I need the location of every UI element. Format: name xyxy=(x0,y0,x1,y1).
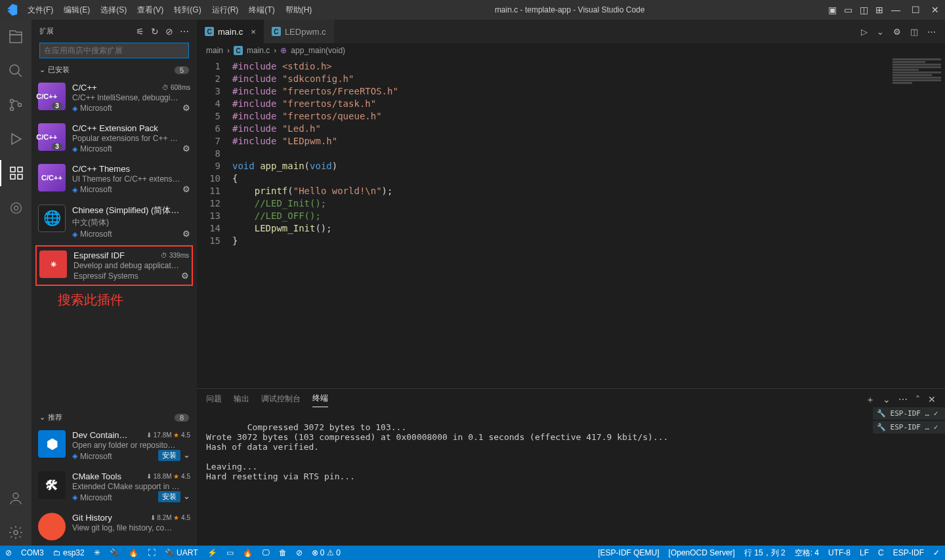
status-item[interactable]: COM3 xyxy=(21,548,44,557)
gear-icon[interactable]: ⚙ xyxy=(893,27,901,37)
menu-item[interactable]: 选择(S) xyxy=(96,2,131,18)
title-bar: 文件(F)编辑(E)选择(S)查看(V)转到(G)运行(R)终端(T)帮助(H)… xyxy=(0,0,945,20)
chevron-down-icon[interactable]: ⌄ xyxy=(183,450,190,460)
gear-icon[interactable]: ⚙ xyxy=(182,229,190,239)
status-item[interactable]: ⊘ xyxy=(5,548,12,557)
menu-item[interactable]: 运行(R) xyxy=(207,2,243,18)
status-item[interactable]: ✓ xyxy=(933,548,940,557)
status-item[interactable]: ⊘ xyxy=(296,548,303,557)
chevron-down-icon[interactable]: ⌄ xyxy=(877,27,884,37)
status-item[interactable]: 🔌 UART xyxy=(165,548,198,557)
status-item[interactable]: 🗑 xyxy=(279,548,287,557)
new-terminal-icon[interactable]: ＋ xyxy=(866,394,875,406)
gear-icon[interactable]: ⚙ xyxy=(182,184,190,194)
status-item[interactable]: ESP-IDF xyxy=(893,548,924,557)
status-item[interactable]: [ESP-IDF QEMU] xyxy=(598,548,659,557)
extension-name: Git History xyxy=(72,513,112,523)
close-tab-icon[interactable]: × xyxy=(247,27,256,37)
explorer-icon[interactable] xyxy=(0,24,32,50)
accounts-icon[interactable] xyxy=(0,485,32,511)
layout-icon[interactable]: ▣ xyxy=(823,2,839,18)
status-item[interactable]: ⊗ 0 ⚠ 0 xyxy=(312,548,341,557)
editor-tab[interactable]: CLEDpwm.c xyxy=(264,20,334,43)
status-item[interactable]: UTF-8 xyxy=(828,548,850,557)
close-icon[interactable]: ✕ xyxy=(925,2,945,18)
panel-tab[interactable]: 调试控制台 xyxy=(261,393,301,407)
menu-item[interactable]: 帮助(H) xyxy=(281,2,317,18)
extension-item[interactable]: C/C++C/C++ ThemesUI Themes for C/C++ ext… xyxy=(32,159,197,199)
status-item[interactable]: 🗀 esp32 xyxy=(53,548,85,557)
install-button[interactable]: 安装 xyxy=(158,450,180,461)
espressif-icon[interactable]: ◎ xyxy=(0,194,32,220)
more-icon[interactable]: ⋯ xyxy=(898,394,908,406)
chevron-down-icon[interactable]: ⌄ xyxy=(183,491,190,501)
status-item[interactable]: ▭ xyxy=(226,548,234,557)
gear-icon[interactable]: ⚙ xyxy=(182,144,190,153)
run-debug-icon[interactable] xyxy=(0,126,32,152)
extension-item[interactable]: 🛠CMake Tools⬇ 18.8M ★ 4.5Extended CMake … xyxy=(32,466,197,508)
panel-tab[interactable]: 问题 xyxy=(206,393,222,407)
menu-item[interactable]: 编辑(E) xyxy=(59,2,94,18)
menu-item[interactable]: 查看(V) xyxy=(133,2,168,18)
code-editor[interactable]: 123456789101112131415 #include <stdio.h>… xyxy=(197,58,945,388)
panel-tab[interactable]: 输出 xyxy=(234,393,249,407)
filter-icon[interactable]: ⚟ xyxy=(136,26,144,37)
activity-bar: ◎ xyxy=(0,20,32,546)
gear-icon[interactable]: ⚙ xyxy=(181,271,189,281)
menu-item[interactable]: 转到(G) xyxy=(169,2,205,18)
extension-item[interactable]: C/C++3C/C++ Extension PackPopular extens… xyxy=(32,118,197,159)
status-item[interactable]: ⚡ xyxy=(207,548,217,557)
install-button[interactable]: 安装 xyxy=(158,491,180,502)
editor-tab[interactable]: Cmain.c× xyxy=(197,20,264,43)
extension-search-input[interactable] xyxy=(39,43,189,58)
refresh-icon[interactable]: ↻ xyxy=(151,26,159,37)
source-control-icon[interactable] xyxy=(0,92,32,118)
extension-item[interactable]: ⬢Dev Contain…⬇ 17.8M ★ 4.5Open any folde… xyxy=(32,425,197,466)
more-icon[interactable]: ⋯ xyxy=(180,26,189,37)
panel-tab[interactable]: 终端 xyxy=(312,393,328,407)
layout-icon[interactable]: ◫ xyxy=(854,2,870,18)
extensions-icon[interactable] xyxy=(0,160,32,186)
status-item[interactable]: 🖵 xyxy=(262,548,270,557)
maximize-panel-icon[interactable]: ˄ xyxy=(915,394,920,406)
extension-item[interactable]: Git History⬇ 8.2M ★ 4.5View git log, fil… xyxy=(32,508,197,546)
status-item[interactable]: C xyxy=(878,548,884,557)
minimize-icon[interactable]: — xyxy=(886,2,906,18)
verified-icon: ◈ xyxy=(72,104,77,113)
terminal-instance[interactable]: 🔧 ESP-IDF … ✓ xyxy=(873,421,945,433)
window-title: main.c - template-app - Visual Studio Co… xyxy=(316,5,823,14)
status-item[interactable]: ⛶ xyxy=(148,548,156,557)
layout-icon[interactable]: ▭ xyxy=(839,2,854,18)
menu-item[interactable]: 文件(F) xyxy=(23,2,58,18)
extension-item[interactable]: ✳Espressif IDF⏱ 339msDevelop and debug a… xyxy=(35,245,193,286)
maximize-icon[interactable]: ☐ xyxy=(906,2,925,18)
recommended-section[interactable]: ⌄推荐 8 xyxy=(32,410,197,425)
settings-gear-icon[interactable] xyxy=(0,519,32,546)
status-item[interactable]: LF xyxy=(860,548,869,557)
clear-icon[interactable]: ⊘ xyxy=(165,26,173,37)
status-item[interactable]: 空格: 4 xyxy=(795,548,819,559)
status-item[interactable]: 🔌 xyxy=(110,548,119,557)
split-editor-icon[interactable]: ◫ xyxy=(910,27,918,37)
close-panel-icon[interactable]: ✕ xyxy=(928,394,936,406)
layout-icon[interactable]: ⊞ xyxy=(870,2,886,18)
status-item[interactable]: 🔥 xyxy=(129,548,138,557)
run-icon[interactable]: ▷ xyxy=(861,27,868,37)
extension-item[interactable]: 🌐Chinese (Simplified) (简体…中文(简体)◈Microso… xyxy=(32,199,197,244)
installed-section[interactable]: ⌄已安装 5 xyxy=(32,62,197,77)
terminal-output[interactable]: Compressed 3072 bytes to 103... Wrote 30… xyxy=(197,407,945,546)
status-item[interactable]: ✳ xyxy=(94,548,100,557)
status-item[interactable]: 🔥 xyxy=(243,548,253,557)
menu-item[interactable]: 终端(T) xyxy=(244,2,279,18)
status-item[interactable]: [OpenOCD Server] xyxy=(669,548,735,557)
gear-icon[interactable]: ⚙ xyxy=(182,103,190,113)
extension-item[interactable]: C/C++3C/C++⏱ 608msC/C++ IntelliSense, de… xyxy=(32,77,197,118)
extension-meta: ⬇ 8.2M ★ 4.5 xyxy=(150,514,190,521)
terminal-instance[interactable]: 🔧 ESP-IDF … ✓ xyxy=(873,407,945,420)
chevron-down-icon[interactable]: ⌄ xyxy=(883,394,891,406)
status-item[interactable]: 行 15，列 2 xyxy=(744,548,786,559)
breadcrumb[interactable]: main › Cmain.c › ⊕app_main(void) xyxy=(197,43,945,58)
more-icon[interactable]: ⋯ xyxy=(927,27,936,37)
minimap[interactable] xyxy=(879,58,945,136)
search-icon[interactable] xyxy=(0,58,32,84)
